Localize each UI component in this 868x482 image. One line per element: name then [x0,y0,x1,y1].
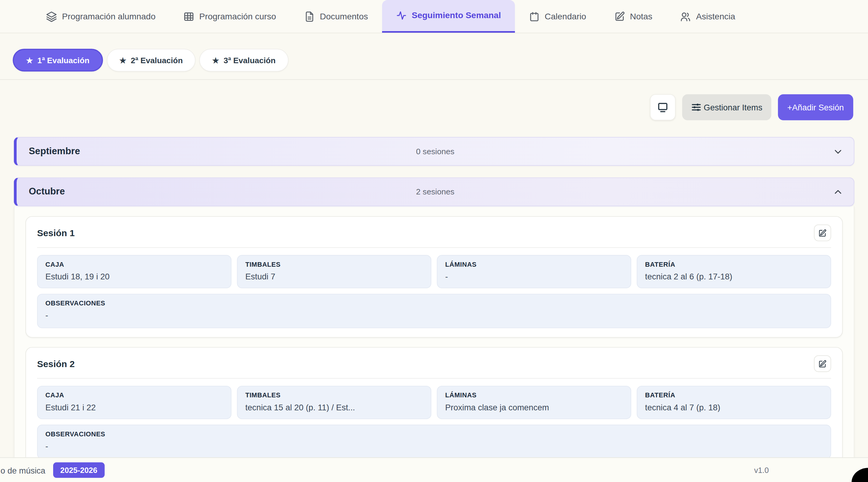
activity-icon [396,10,407,21]
field-value: Estudi 21 i 22 [45,402,223,412]
field-value: Estudi 7 [245,272,423,281]
session-card-2: Sesión 2 CAJA Estudi 21 i 22 TIMBALES te… [25,347,843,469]
pill-label: 3ª Evaluación [223,56,275,64]
monitor-icon [657,101,669,113]
month-bar-octubre[interactable]: Octubre 2 sesiones [14,177,855,206]
field-label: LÁMINAS [445,391,623,399]
users-icon [680,11,691,22]
calendar-icon [529,11,540,22]
layers-icon [46,11,57,22]
divider [37,247,831,248]
field-value: - [45,311,823,320]
field-label: TIMBALES [245,391,423,399]
tab-label: Seguimiento Semanal [412,10,501,21]
field-laminas: LÁMINAS - [437,255,631,288]
field-timbales: TIMBALES Estudi 7 [237,255,431,288]
app-name-text: o de música [1,465,45,475]
field-value: Estudi 18, 19 i 20 [45,272,223,281]
field-label: TIMBALES [245,261,423,268]
pill-evaluacion-1[interactable]: ★ 1ª Evaluación [13,49,103,72]
session-card-1: Sesión 1 CAJA Estudi 18, 19 i 20 TIMBALE… [25,216,843,337]
display-mode-button[interactable] [650,94,675,120]
seguimiento-semanal-page: Programación alumnado Programación curso… [0,0,868,482]
month-bar-septiembre[interactable]: Septiembre 0 sesiones [14,137,855,166]
field-label: CAJA [45,261,223,268]
star-icon: ★ [119,56,126,64]
tab-programacion-alumnado[interactable]: Programación alumnado [32,0,169,33]
edit-pencil-icon [818,229,827,237]
session-title: Sesión 1 [37,228,74,238]
tab-calendario[interactable]: Calendario [515,0,600,33]
edit-icon [614,11,625,22]
session-title: Sesión 2 [37,358,74,369]
field-label: CAJA [45,391,223,399]
evaluation-filter-row: ★ 1ª Evaluación ★ 2ª Evaluación ★ 3ª Eva… [0,33,868,80]
field-value: tecnica 15 al 20 (p. 11) / Est... [245,402,423,412]
star-icon: ★ [212,56,219,64]
tab-label: Calendario [545,11,586,22]
tab-documentos[interactable]: Documentos [290,0,382,33]
tab-label: Programación curso [199,11,276,22]
session-header: Sesión 2 [37,355,831,372]
tab-seguimiento-semanal[interactable]: Seguimiento Semanal [382,0,515,33]
field-value: tecnica 4 al 7 (p. 18) [645,402,823,412]
button-label: +Añadir Sesión [787,103,844,112]
session-fields: CAJA Estudi 18, 19 i 20 TIMBALES Estudi … [37,255,831,288]
top-navigation: Programación alumnado Programación curso… [0,0,868,33]
pill-label: 1ª Evaluación [37,56,89,64]
document-icon [304,11,315,22]
field-observaciones: OBSERVACIONES - [37,294,831,329]
field-label: LÁMINAS [445,261,623,268]
pill-evaluacion-3[interactable]: ★ 3ª Evaluación [199,49,288,72]
tab-programacion-curso[interactable]: Programación curso [169,0,290,33]
month-session-count: 2 sesiones [17,188,854,196]
version-label: v1.0 [754,466,769,475]
anadir-sesion-button[interactable]: +Añadir Sesión [778,94,854,120]
tab-asistencia[interactable]: Asistencia [666,0,749,33]
session-header: Sesión 1 [37,224,831,241]
field-label: OBSERVACIONES [45,430,823,438]
months-list: Septiembre 0 sesiones Octubre 2 sesiones… [0,137,868,474]
field-label: BATERÍA [645,391,823,399]
field-timbales: TIMBALES tecnica 15 al 20 (p. 11) / Est.… [237,386,431,419]
footer: o de música 2025-2026 v1.0 [0,457,868,482]
field-label: BATERÍA [645,261,823,268]
button-label: Gestionar Items [704,103,762,112]
field-laminas: LÁMINAS Proxima clase ja comencem [437,386,631,419]
gestionar-items-button[interactable]: Gestionar Items [682,94,771,120]
field-label: OBSERVACIONES [45,300,823,307]
edit-session-button[interactable] [814,355,831,372]
field-observaciones: OBSERVACIONES - [37,425,831,459]
pill-label: 2ª Evaluación [131,56,183,64]
month-session-count: 0 sesiones [17,147,854,156]
tab-label: Notas [630,11,652,22]
field-caja: CAJA Estudi 18, 19 i 20 [37,255,231,288]
table-icon [183,11,194,22]
field-value: Proxima clase ja comencem [445,402,623,412]
tab-label: Documentos [320,11,368,22]
field-value: tecnica 2 al 6 (p. 17-18) [645,272,823,281]
field-bateria: BATERÍA tecnica 2 al 6 (p. 17-18) [637,255,831,288]
toolbar: Gestionar Items +Añadir Sesión [0,80,868,120]
tab-label: Programación alumnado [62,11,156,22]
field-value: - [445,272,623,281]
field-bateria: BATERÍA tecnica 4 al 7 (p. 18) [637,386,831,419]
divider [37,378,831,378]
pill-evaluacion-2[interactable]: ★ 2ª Evaluación [106,49,195,72]
field-value: - [45,441,823,451]
edit-session-button[interactable] [814,224,831,241]
octubre-sessions-panel: Sesión 1 CAJA Estudi 18, 19 i 20 TIMBALE… [14,206,855,474]
tab-label: Asistencia [696,11,736,22]
school-year-badge: 2025-2026 [53,462,104,478]
star-icon: ★ [26,56,33,64]
sliders-icon [691,102,702,112]
edit-pencil-icon [818,360,827,368]
tab-notas[interactable]: Notas [600,0,666,33]
field-caja: CAJA Estudi 21 i 22 [37,386,231,419]
session-fields: CAJA Estudi 21 i 22 TIMBALES tecnica 15 … [37,386,831,419]
